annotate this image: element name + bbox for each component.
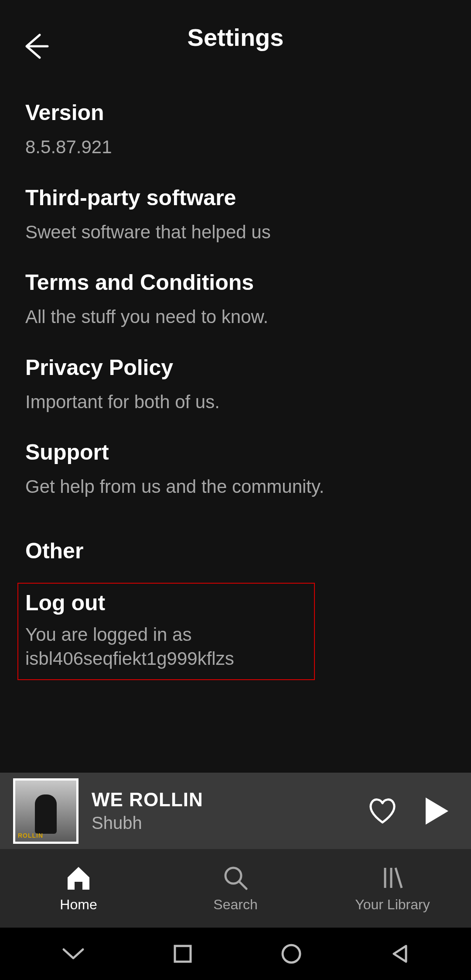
tab-label: Your Library — [355, 897, 430, 913]
track-meta[interactable]: WE ROLLIN Shubh — [92, 789, 354, 833]
tab-label: Home — [60, 897, 97, 913]
nav-ime-button[interactable] — [61, 945, 85, 963]
support-item[interactable]: Support Get help from us and the communi… — [25, 414, 446, 499]
item-subtitle: All the stuff you need to know. — [25, 305, 446, 329]
item-subtitle: Get help from us and the community. — [25, 475, 446, 499]
item-subtitle: You are logged in as isbl406seqfiekt1g99… — [25, 623, 307, 671]
third-party-software-item[interactable]: Third-party software Sweet software that… — [25, 159, 446, 244]
tab-label: Search — [213, 897, 257, 913]
nav-recent-button[interactable] — [172, 943, 193, 964]
track-title: WE ROLLIN — [92, 789, 354, 811]
item-subtitle: 8.5.87.921 — [25, 135, 446, 159]
back-button[interactable] — [20, 31, 51, 62]
now-playing-bar[interactable]: ROLLIN WE ROLLIN Shubh — [0, 773, 471, 849]
item-subtitle: Sweet software that helped us — [25, 220, 446, 244]
android-nav-bar — [0, 928, 471, 980]
tab-library[interactable]: Your Library — [314, 864, 471, 913]
search-icon — [222, 864, 249, 891]
tab-home[interactable]: Home — [0, 864, 157, 913]
log-out-item[interactable]: Log out You are logged in as isbl406seqf… — [17, 583, 315, 680]
circle-icon — [280, 942, 303, 965]
arrow-left-icon — [20, 31, 51, 62]
nav-back-button[interactable] — [389, 943, 410, 964]
triangle-left-icon — [389, 943, 410, 964]
play-button[interactable] — [424, 797, 449, 825]
square-icon — [172, 943, 193, 964]
svg-point-6 — [283, 945, 300, 963]
chevron-down-icon — [61, 945, 85, 963]
svg-line-4 — [396, 868, 402, 888]
item-title: Version — [25, 100, 446, 126]
album-art[interactable]: ROLLIN — [13, 778, 78, 844]
nav-home-button[interactable] — [280, 942, 303, 965]
item-subtitle: Important for both of us. — [25, 390, 446, 414]
topbar: Settings — [0, 0, 471, 74]
svg-rect-5 — [175, 946, 191, 962]
privacy-policy-item[interactable]: Privacy Policy Important for both of us. — [25, 329, 446, 414]
tab-search[interactable]: Search — [157, 864, 314, 913]
item-title: Support — [25, 439, 446, 465]
track-artist: Shubh — [92, 813, 354, 833]
section-header-other: Other — [25, 499, 446, 564]
album-tag: ROLLIN — [18, 832, 43, 839]
item-title: Privacy Policy — [25, 354, 446, 381]
bottom-tab-bar: Home Search Your Library — [0, 849, 471, 928]
version-item[interactable]: Version 8.5.87.921 — [25, 74, 446, 159]
item-title: Log out — [25, 590, 307, 616]
page-title: Settings — [0, 23, 471, 52]
svg-line-1 — [239, 882, 246, 889]
terms-and-conditions-item[interactable]: Terms and Conditions All the stuff you n… — [25, 244, 446, 329]
item-title: Terms and Conditions — [25, 269, 446, 296]
play-icon — [424, 797, 449, 825]
item-title: Third-party software — [25, 185, 446, 211]
library-icon — [379, 864, 406, 891]
home-icon — [65, 864, 92, 891]
like-button[interactable] — [367, 797, 398, 825]
now-playing-actions — [367, 797, 449, 825]
heart-icon — [367, 797, 398, 825]
screen: Settings Version 8.5.87.921 Third-party … — [0, 0, 471, 980]
